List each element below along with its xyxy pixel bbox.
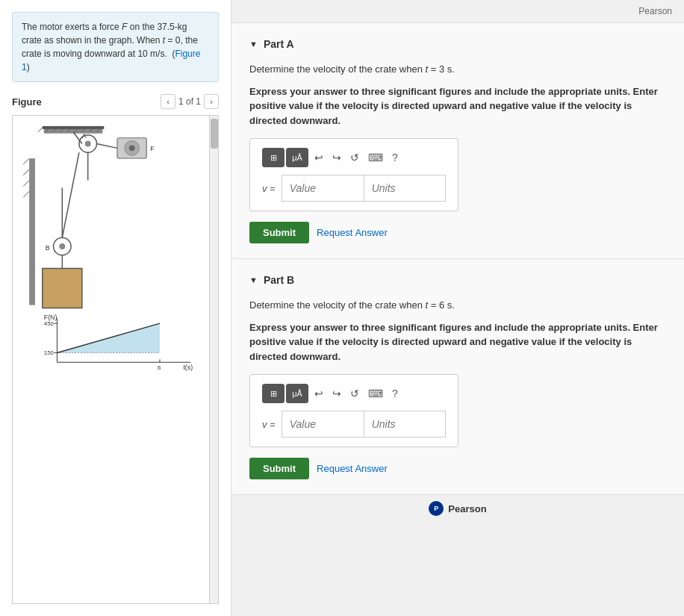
svg-point-22 <box>59 243 65 249</box>
svg-line-32 <box>23 191 29 197</box>
part-b-redo-button[interactable]: ↪ <box>329 384 344 403</box>
part-b-keyboard-button[interactable]: ⌨ <box>365 384 386 403</box>
figure-scroll-thumb[interactable] <box>211 119 218 149</box>
right-panel: Pearson ▼ Part A Determine the velocity … <box>231 0 684 616</box>
svg-text:F: F <box>150 145 155 152</box>
svg-rect-26 <box>43 268 82 308</box>
part-b-toolbar-group: ⊞ μÅ <box>262 384 308 403</box>
svg-text:t(s): t(s) <box>183 364 193 371</box>
part-a-value-input[interactable] <box>282 175 364 202</box>
figure-title: Figure <box>12 96 42 108</box>
top-bar: Pearson <box>231 0 684 23</box>
problem-description: The motor exerts a force F on the 37.5-k… <box>12 12 219 82</box>
part-b-value-input[interactable] <box>282 411 364 438</box>
part-a-greek-button[interactable]: μÅ <box>286 148 308 167</box>
svg-point-12 <box>85 141 91 147</box>
part-b-toolbar: ⊞ μÅ ↩ ↪ ↺ ⌨ ? <box>262 384 446 403</box>
svg-line-18 <box>96 143 117 148</box>
part-b-greek-button[interactable]: μÅ <box>286 384 308 403</box>
part-a-actions: Submit Request Answer <box>249 222 666 243</box>
part-b-help-button[interactable]: ? <box>389 384 401 403</box>
part-b-submit-button[interactable]: Submit <box>249 458 309 479</box>
part-a-undo-button[interactable]: ↩ <box>311 148 326 167</box>
part-b-header[interactable]: ▼ Part B <box>249 274 666 286</box>
figure-link[interactable]: Figure 1 <box>22 49 200 72</box>
part-a-toolbar-group: ⊞ μÅ <box>262 148 308 167</box>
svg-line-31 <box>23 181 29 187</box>
svg-text:A: A <box>82 132 87 140</box>
figure-image: A F B <box>13 116 219 377</box>
part-b-label: Part B <box>264 274 294 286</box>
part-b-answer-box: ⊞ μÅ ↩ ↪ ↺ ⌨ ? v = <box>249 374 458 447</box>
part-a-header[interactable]: ▼ Part A <box>249 38 666 50</box>
figure-nav-controls: ‹ 1 of 1 › <box>161 94 219 109</box>
pearson-footer-text: Pearson <box>448 503 486 514</box>
figure-container: A F B <box>12 115 219 604</box>
pearson-logo: P <box>429 501 444 516</box>
svg-text:B: B <box>46 244 50 252</box>
part-b-matrix-button[interactable]: ⊞ <box>262 384 285 403</box>
part-a-equation-label: v = <box>262 183 276 194</box>
part-b-section: ▼ Part B Determine the velocity of the c… <box>231 259 684 495</box>
part-a-redo-button[interactable]: ↪ <box>329 148 344 167</box>
part-b-actions: Submit Request Answer <box>249 458 666 479</box>
part-a-request-answer-link[interactable]: Request Answer <box>317 227 388 238</box>
part-a-submit-button[interactable]: Submit <box>249 222 309 243</box>
part-a-units-input[interactable] <box>364 175 446 202</box>
part-a-help-button[interactable]: ? <box>389 148 401 167</box>
pearson-footer: P Pearson <box>231 495 684 522</box>
figure-svg: A F B <box>19 122 216 371</box>
svg-text:150: 150 <box>44 349 55 356</box>
part-b-arrow: ▼ <box>249 276 258 284</box>
part-a-arrow: ▼ <box>249 40 258 49</box>
svg-line-29 <box>23 158 29 164</box>
part-a-label: Part A <box>264 38 294 50</box>
part-a-reset-button[interactable]: ↺ <box>347 148 362 167</box>
svg-line-30 <box>23 169 29 175</box>
left-panel: The motor exerts a force F on the 37.5-k… <box>0 0 231 616</box>
part-b-reset-button[interactable]: ↺ <box>347 384 362 403</box>
pearson-top-link[interactable]: Pearson <box>638 6 672 16</box>
part-a-question: Determine the velocity of the crate when… <box>249 62 666 77</box>
part-b-instructions: Express your answer to three significant… <box>249 320 666 364</box>
svg-point-16 <box>129 145 135 151</box>
part-b-undo-button[interactable]: ↩ <box>311 384 326 403</box>
figure-scrollbar[interactable] <box>209 116 218 603</box>
part-a-input-row: v = <box>262 175 446 202</box>
part-a-section: ▼ Part A Determine the velocity of the c… <box>231 23 684 259</box>
part-a-matrix-button[interactable]: ⊞ <box>262 148 285 167</box>
part-a-instructions: Express your answer to three significant… <box>249 84 666 128</box>
svg-rect-28 <box>29 158 35 305</box>
figure-page-indicator: 1 of 1 <box>178 96 201 107</box>
svg-line-2 <box>38 126 44 132</box>
svg-text:6: 6 <box>158 364 161 371</box>
part-b-equation-label: v = <box>262 419 276 430</box>
problem-text: The motor exerts a force F on the 37.5-k… <box>22 22 200 72</box>
part-a-toolbar: ⊞ μÅ ↩ ↪ ↺ ⌨ ? <box>262 148 446 167</box>
figure-prev-button[interactable]: ‹ <box>161 94 175 109</box>
figure-next-button[interactable]: › <box>204 94 219 109</box>
part-b-input-row: v = <box>262 411 446 438</box>
part-b-request-answer-link[interactable]: Request Answer <box>317 463 388 474</box>
part-b-units-input[interactable] <box>364 411 446 438</box>
part-a-keyboard-button[interactable]: ⌨ <box>365 148 386 167</box>
part-a-answer-box: ⊞ μÅ ↩ ↪ ↺ ⌨ ? v = <box>249 138 458 211</box>
part-b-question: Determine the velocity of the crate when… <box>249 298 666 313</box>
svg-text:450: 450 <box>44 320 55 327</box>
svg-line-24 <box>62 152 79 237</box>
figure-header: Figure ‹ 1 of 1 › <box>12 94 219 109</box>
